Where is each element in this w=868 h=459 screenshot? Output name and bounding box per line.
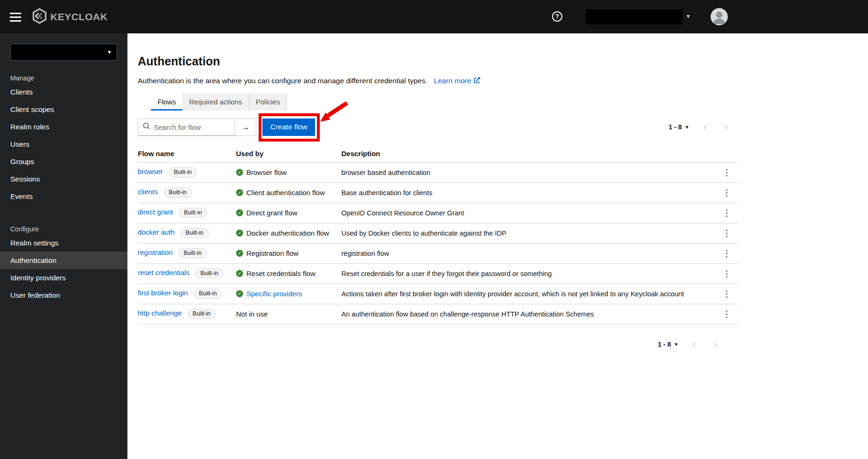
built-in-badge: Built-in [195,269,223,278]
check-circle-icon: ✓ [236,169,243,176]
description-cell: Used by Docker clients to authenticate a… [341,230,716,237]
pagination-caret-icon[interactable]: ▾ [675,341,678,348]
sidebar-item-label: Realm roles [10,123,49,131]
section-label-manage: Manage [0,73,127,83]
row-kebab-menu-button[interactable]: ⋮ [719,289,735,299]
pagination-next-button[interactable]: › [724,122,728,132]
column-description: Description [341,150,716,158]
search-box [138,119,235,136]
sidebar-item-users[interactable]: Users [0,135,127,153]
top-pagination: 1 - 8 ▾ ‹ › [669,122,737,132]
flow-name-link[interactable]: registration [138,248,173,256]
flow-name-cell: clients Built-in [138,188,236,198]
brand-text: KEYCLOAK [50,11,108,23]
sidebar-item-label: Clients [10,88,32,96]
sidebar-item-realm-roles[interactable]: Realm roles [0,118,127,135]
sidebar-item-label: User federation [10,291,60,300]
page-title: Authentication [138,54,737,69]
used-by-label: Direct grant flow [246,209,297,217]
row-kebab-menu-button[interactable]: ⋮ [719,228,735,238]
sidebar-item-clients[interactable]: Clients [0,83,127,101]
sidebar-item-realm-settings[interactable]: Realm settings [0,234,127,252]
table-body: browser Built-in ✓ Browser flow browser … [138,163,737,324]
used-by-label: Not in use [236,310,268,318]
sidebar-item-user-federation[interactable]: User federation [0,286,127,304]
search-icon [143,123,150,131]
toolbar: → Create flow 1 - 8 ▾ ‹ › [138,119,737,136]
sidebar-item-identity-providers[interactable]: Identity providers [0,269,127,286]
hamburger-menu-button[interactable] [10,13,21,22]
pagination-range: 1 - 8 [669,123,682,131]
tab-required-actions[interactable]: Required actions [182,93,249,111]
sidebar-item-label: Sessions [10,175,40,183]
row-kebab-menu-button[interactable]: ⋮ [719,188,735,198]
keycloak-brand[interactable]: KEYCLOAK [31,8,108,26]
built-in-badge: Built-in [194,289,222,299]
sidebar-item-label: Groups [10,158,34,166]
tabs: Flows Required actions Policies [151,93,737,111]
create-flow-button[interactable]: Create flow [262,119,315,136]
pagination-prev-button[interactable]: ‹ [693,340,696,349]
realm-selector[interactable]: ▾ [10,44,117,61]
check-circle-icon: ✓ [236,290,243,297]
row-kebab-menu-button[interactable]: ⋮ [719,309,735,319]
check-circle-icon: ✓ [236,189,243,196]
used-by-cell: ✓ Not in use [236,310,341,318]
used-by-label: Client authentication flow [246,189,325,197]
built-in-badge: Built-in [169,167,197,177]
row-kebab-menu-button[interactable]: ⋮ [719,208,735,218]
sidebar-item-client-scopes[interactable]: Client scopes [0,101,127,118]
search-submit-button[interactable]: → [235,119,256,136]
keycloak-logo-icon [31,8,48,26]
help-icon[interactable]: ? [552,11,562,22]
flow-name-link[interactable]: direct grant [138,208,173,216]
built-in-badge: Built-in [178,248,206,258]
row-kebab-menu-button[interactable]: ⋮ [719,167,735,178]
column-flow-name: Flow name [138,150,236,158]
tab-flows[interactable]: Flows [151,93,182,111]
masthead: KEYCLOAK ? ▾ [0,0,868,33]
flow-name-cell: http challenge Built-in [138,309,236,319]
row-kebab-menu-button[interactable]: ⋮ [719,248,735,259]
used-by-label: Registration flow [246,249,299,257]
used-by-label[interactable]: Specific providers [246,290,302,298]
sidebar-item-label: Users [10,140,29,149]
flow-name-cell: first broker login Built-in [138,289,236,299]
sidebar-item-authentication[interactable]: Authentication [0,252,127,269]
user-menu-caret-icon[interactable]: ▾ [687,12,690,20]
row-kebab-menu-button[interactable]: ⋮ [719,269,735,279]
sidebar-item-events[interactable]: Events [0,188,127,205]
built-in-badge: Built-in [179,208,207,218]
pagination-prev-button[interactable]: ‹ [703,122,707,132]
check-circle-icon: ✓ [236,209,243,216]
flow-name-cell: docker auth Built-in [138,228,236,238]
description-cell: An authentication flow based on challeng… [341,310,716,318]
column-used-by: Used by [236,150,341,158]
main-content: Authentication Authentication is the are… [127,33,737,349]
flow-name-link[interactable]: http challenge [138,309,181,317]
description-cell: OpenID Connect Resource Owner Grant [341,209,716,217]
check-circle-icon: ✓ [236,250,243,257]
tab-policies[interactable]: Policies [249,93,287,111]
sidebar-item-sessions[interactable]: Sessions [0,170,127,188]
sidebar-item-label: Realm settings [10,239,59,247]
avatar[interactable] [710,8,728,25]
sidebar-item-groups[interactable]: Groups [0,153,127,170]
description-cell: Base authentication for clients [341,189,716,197]
flow-name-link[interactable]: first broker login [138,289,188,297]
pagination-caret-icon[interactable]: ▾ [686,124,688,130]
sidebar-item-label: Identity providers [10,274,66,282]
sidebar: ▾ Manage Clients Client scopes Realm rol… [0,33,127,459]
flow-name-link[interactable]: browser [138,167,163,175]
learn-more-link[interactable]: Learn more [434,77,480,85]
used-by-cell: ✓ Specific providers [236,290,341,298]
search-input[interactable] [153,123,235,132]
pagination-next-button[interactable]: › [713,340,717,349]
used-by-cell: ✓ Registration flow [236,249,341,257]
used-by-cell: ✓ Reset credentials flow [236,269,341,277]
flow-name-link[interactable]: clients [138,188,158,196]
redacted-username[interactable] [586,9,683,24]
flow-name-link[interactable]: docker auth [138,228,174,236]
sidebar-section-configure: Configure Realm settings Authentication … [0,224,127,304]
flow-name-link[interactable]: reset credentials [138,269,189,277]
